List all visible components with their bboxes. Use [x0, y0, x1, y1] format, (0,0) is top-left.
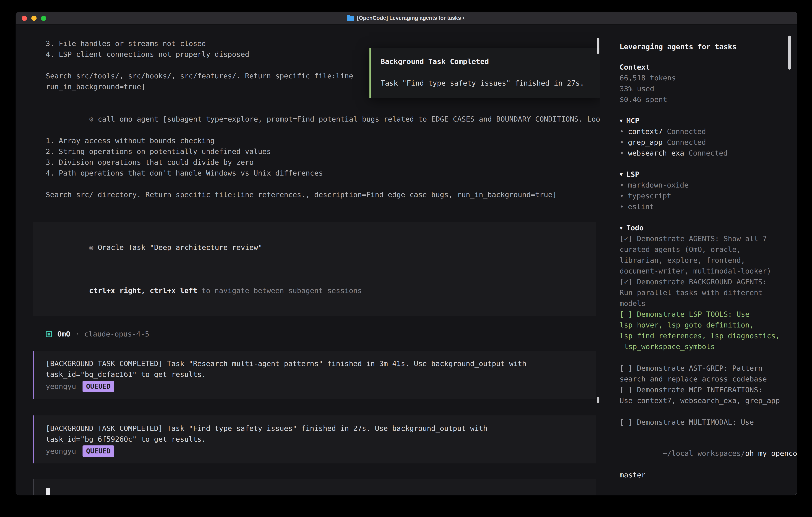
terminal-line: 4. Path operations that don't handle Win… — [46, 168, 600, 179]
window-title-text: [OpenCode] Leveraging agents for tasks ◐ — [357, 15, 466, 21]
terminal-line: 2. String operations on potentially unde… — [46, 146, 600, 157]
chevron-down-icon: ▼ — [619, 225, 623, 231]
chevron-down-icon: ▼ — [619, 171, 623, 177]
text-cursor — [46, 488, 50, 495]
todo-item: [✓] Demonstrate BACKGROUND AGENTS: Run p… — [619, 276, 784, 309]
window-title: [OpenCode] Leveraging agents for tasks ◐ — [16, 12, 797, 24]
message-author: yeongyu — [46, 446, 76, 457]
message-block: [BACKGROUND TASK COMPLETED] Task "Resear… — [33, 351, 596, 399]
message-line: [BACKGROUND TASK COMPLETED] Task "Resear… — [46, 358, 583, 369]
window-controls — [16, 16, 46, 21]
oracle-task-icon: ◉ — [89, 243, 93, 251]
message-line: [BACKGROUND TASK COMPLETED] Task "Find t… — [46, 423, 583, 434]
oracle-task-title: Oracle Task "Deep architecture review" — [98, 243, 262, 251]
message-author: yeongyu — [46, 381, 76, 392]
tool-name: call_omo_agent — [98, 115, 158, 123]
close-button[interactable] — [22, 16, 27, 21]
titlebar: [OpenCode] Leveraging agents for tasks ◐ — [16, 12, 797, 25]
toast-body: Task "Find type safety issues" finished … — [381, 78, 592, 88]
bullet-icon: • — [619, 181, 624, 189]
workspace-path-prefix: ~/local-workspaces/ — [663, 449, 745, 457]
chevron-down-icon: ▼ — [619, 118, 623, 124]
gear-icon: ⚙ — [89, 115, 93, 123]
mcp-heading[interactable]: ▼MCP — [619, 115, 784, 126]
context-tokens: 66,518 tokens — [619, 73, 784, 83]
zoom-button[interactable] — [41, 16, 46, 21]
workspace-branch: master — [619, 470, 784, 481]
terminal-line: 3. Division operations that could divide… — [46, 157, 600, 168]
terminal-window: [OpenCode] Leveraging agents for tasks ◐… — [16, 11, 797, 495]
mcp-item: •context7Connected — [619, 126, 784, 137]
app-version-footer: •OpenCode1.0.163 — [619, 490, 784, 495]
oracle-task-panel: ◉Oracle Task "Deep architecture review" … — [33, 222, 596, 316]
todo-heading[interactable]: ▼Todo — [619, 222, 784, 233]
todo-section: ▼Todo [✓] Demonstrate AGENTS: Show all 7… — [619, 222, 784, 428]
sidebar-scrollbar-thumb[interactable] — [788, 35, 791, 70]
status-badge: QUEUED — [83, 445, 114, 457]
toast-notification[interactable]: Background Task Completed Task "Find typ… — [370, 48, 600, 98]
bullet-icon: • — [619, 127, 624, 136]
lsp-item: •typescript — [619, 191, 784, 201]
mcp-section: ▼MCP •context7Connected •grep_appConnect… — [619, 115, 784, 159]
bullet-icon: • — [619, 149, 624, 157]
message-line: task_id="bg_dcfac161" to get results. — [46, 369, 583, 380]
todo-item: [ ] Demonstrate MCP INTEGRATIONS: Use co… — [619, 384, 784, 406]
agent-header: OmO · claude-opus-4-5 — [46, 329, 600, 339]
toast-title: Background Task Completed — [381, 56, 592, 67]
lsp-heading[interactable]: ▼LSP — [619, 169, 784, 180]
context-spent: $0.46 spent — [619, 94, 784, 105]
bullet-icon: • — [619, 192, 624, 200]
content: Background Task Completed Task "Find typ… — [16, 25, 797, 495]
context-section: Context 66,518 tokens 33% used $0.46 spe… — [619, 62, 784, 105]
sidebar: Leveraging agents for tasks Context 66,5… — [600, 25, 797, 495]
session-title: Leveraging agents for tasks — [619, 42, 784, 52]
terminal-line: Search src/ directory. Return specific f… — [46, 189, 600, 200]
terminal-line: 1. Array access without bounds checking — [46, 135, 600, 146]
navigation-shortcut-label: to navigate between subagent sessions — [197, 287, 362, 295]
agent-model: claude-opus-4-5 — [84, 329, 149, 339]
lsp-item: •markdown-oxide — [619, 180, 784, 191]
bullet-icon: • — [619, 138, 624, 146]
workspace-info: ~/local-workspaces/oh-my-opencode: maste… — [619, 437, 784, 481]
bullet-icon: • — [619, 202, 624, 211]
message-line: task_id="bg_6f59260c" to get results. — [46, 434, 583, 445]
terminal-line — [46, 179, 600, 189]
chat-scrollbar-thumb-lower[interactable] — [597, 397, 600, 403]
lsp-item: •eslint — [619, 201, 784, 212]
tool-args: [subagent_type=explore, prompt=Find pote… — [163, 115, 600, 123]
prompt-input[interactable]: OmO Opus 4.5 Anthropic — [33, 479, 596, 495]
todo-item: [ ] Demonstrate AST-GREP: Pattern search… — [619, 363, 784, 384]
terminal-line: 3. File handles or streams not closed — [46, 38, 600, 49]
context-used: 33% used — [619, 83, 784, 94]
mcp-item: •websearch_exaConnected — [619, 148, 784, 159]
agent-separator: · — [75, 329, 80, 339]
chat-pane: Background Task Completed Task "Find typ… — [16, 25, 600, 495]
todo-item: [ ] Demonstrate MULTIMODAL: Use — [619, 417, 784, 428]
chat-scrollbar-thumb[interactable] — [597, 38, 600, 54]
context-heading: Context — [619, 62, 784, 73]
todo-item: [✓] Demonstrate AGENTS: Show all 7 curat… — [619, 233, 784, 276]
agent-name: OmO — [57, 329, 70, 339]
message-block: [BACKGROUND TASK COMPLETED] Task "Find t… — [33, 415, 596, 463]
todo-item-active: [ ] Demonstrate LSP TOOLS: Use lsp_hover… — [619, 309, 784, 352]
workspace-repo: oh-my-opencode: — [745, 449, 797, 457]
navigation-shortcut-keys: ctrl+x right, ctrl+x left — [89, 287, 197, 295]
folder-icon — [347, 16, 354, 21]
minimize-button[interactable] — [31, 16, 36, 21]
agent-checkbox-icon — [46, 331, 52, 337]
lsp-section: ▼LSP •markdown-oxide •typescript •eslint — [619, 169, 784, 212]
tool-call-block: ⚙call_omo_agent [subagent_type=explore, … — [46, 103, 600, 200]
status-badge: QUEUED — [83, 381, 114, 392]
mcp-item: •grep_appConnected — [619, 137, 784, 148]
